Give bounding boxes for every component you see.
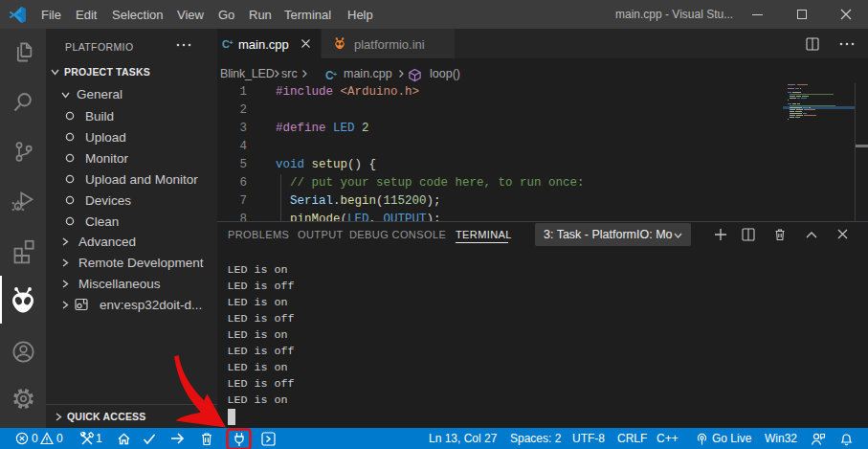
svg-text:+: + <box>230 39 234 46</box>
svg-text:+: + <box>333 71 337 78</box>
